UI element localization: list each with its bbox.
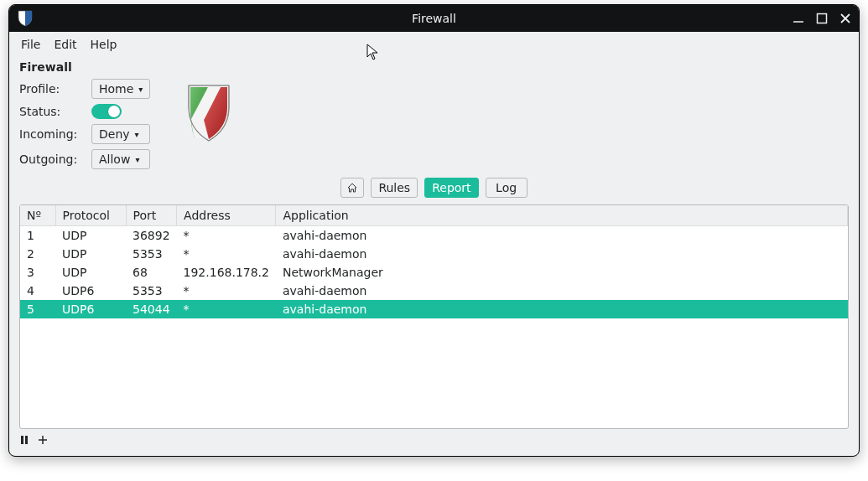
- svg-rect-5: [25, 436, 28, 444]
- table-row[interactable]: 5UDP654044*avahi-daemon: [20, 300, 848, 318]
- table-row[interactable]: 3UDP68192.168.178.2NetworkManager: [20, 263, 848, 282]
- rules-tab[interactable]: Rules: [371, 178, 418, 198]
- app-window: Firewall File Edit Help Firewall Profile…: [8, 4, 860, 457]
- caret-down-icon: ▾: [138, 85, 143, 94]
- table-row[interactable]: 2UDP5353*avahi-daemon: [20, 245, 848, 263]
- app-icon: [16, 9, 34, 28]
- home-button[interactable]: [340, 178, 364, 198]
- pause-icon: [19, 435, 29, 445]
- cell-protocol: UDP6: [55, 300, 126, 318]
- outgoing-select[interactable]: Allow ▾: [91, 149, 150, 169]
- menu-edit[interactable]: Edit: [49, 34, 81, 54]
- cell-application: avahi-daemon: [276, 282, 848, 300]
- col-port[interactable]: Port: [126, 205, 177, 226]
- cell-port: 36892: [126, 226, 177, 246]
- cell-n: 4: [20, 282, 55, 300]
- caret-down-icon: ▾: [135, 130, 139, 139]
- cell-address: 192.168.178.2: [177, 263, 276, 282]
- cell-protocol: UDP6: [55, 282, 126, 300]
- outgoing-value: Allow: [99, 153, 130, 166]
- plus-icon: [38, 435, 48, 445]
- col-address[interactable]: Address: [177, 205, 276, 226]
- svg-rect-1: [818, 14, 827, 23]
- cell-application: avahi-daemon: [276, 226, 848, 246]
- footer-toolbar: [9, 429, 859, 456]
- maximize-button[interactable]: [815, 12, 829, 25]
- cell-n: 5: [20, 300, 55, 318]
- col-protocol[interactable]: Protocol: [55, 205, 126, 226]
- svg-rect-4: [21, 436, 23, 444]
- status-label: Status:: [19, 105, 60, 118]
- cell-n: 2: [20, 245, 55, 263]
- report-tab[interactable]: Report: [424, 178, 478, 198]
- menu-help[interactable]: Help: [86, 34, 122, 54]
- incoming-label: Incoming:: [19, 127, 77, 141]
- pause-button[interactable]: [19, 434, 29, 447]
- close-button[interactable]: [839, 12, 852, 25]
- window-controls: [792, 12, 852, 25]
- cell-address: *: [177, 282, 276, 300]
- cell-application: avahi-daemon: [276, 245, 848, 263]
- cell-n: 1: [20, 226, 55, 246]
- log-tab[interactable]: Log: [486, 178, 528, 198]
- cell-application: NetworkManager: [276, 263, 848, 282]
- cell-n: 3: [20, 263, 55, 282]
- window-title: Firewall: [412, 12, 456, 25]
- settings-grid: Profile: Home ▾ Status: Incoming: Deny ▾…: [19, 79, 150, 169]
- home-icon: [346, 182, 358, 194]
- cell-port: 5353: [126, 245, 177, 263]
- profile-value: Home: [99, 82, 133, 96]
- status-toggle[interactable]: [91, 104, 122, 119]
- view-toolbar: Rules Report Log: [9, 169, 859, 204]
- cell-address: *: [177, 226, 276, 246]
- incoming-select[interactable]: Deny ▾: [91, 124, 150, 144]
- cell-port: 68: [126, 263, 177, 282]
- incoming-value: Deny: [99, 127, 130, 141]
- report-table-container: Nº Protocol Port Address Application 1UD…: [19, 204, 849, 429]
- table-row[interactable]: 4UDP65353*avahi-daemon: [20, 282, 848, 300]
- report-table: Nº Protocol Port Address Application 1UD…: [20, 205, 848, 318]
- cell-protocol: UDP: [55, 226, 126, 246]
- profile-label: Profile:: [19, 82, 60, 96]
- caret-down-icon: ▾: [135, 155, 139, 164]
- shield-icon: [184, 79, 234, 148]
- cell-address: *: [177, 245, 276, 263]
- cell-protocol: UDP: [55, 245, 126, 263]
- outgoing-label: Outgoing:: [19, 153, 77, 166]
- menu-file[interactable]: File: [16, 34, 45, 54]
- add-button[interactable]: [38, 434, 48, 447]
- cell-port: 5353: [126, 282, 177, 300]
- cell-protocol: UDP: [55, 263, 126, 282]
- cell-address: *: [177, 300, 276, 318]
- col-application[interactable]: Application: [276, 205, 848, 226]
- profile-select[interactable]: Home ▾: [91, 79, 150, 99]
- table-row[interactable]: 1UDP36892*avahi-daemon: [20, 226, 848, 246]
- cell-application: avahi-daemon: [276, 300, 848, 318]
- section-title: Firewall: [9, 57, 859, 75]
- settings-area: Profile: Home ▾ Status: Incoming: Deny ▾…: [9, 75, 859, 169]
- cell-port: 54044: [126, 300, 177, 318]
- menubar: File Edit Help: [9, 32, 859, 57]
- minimize-button[interactable]: [792, 12, 805, 25]
- table-header-row: Nº Protocol Port Address Application: [20, 205, 848, 226]
- col-number[interactable]: Nº: [20, 205, 55, 226]
- titlebar[interactable]: Firewall: [9, 5, 859, 32]
